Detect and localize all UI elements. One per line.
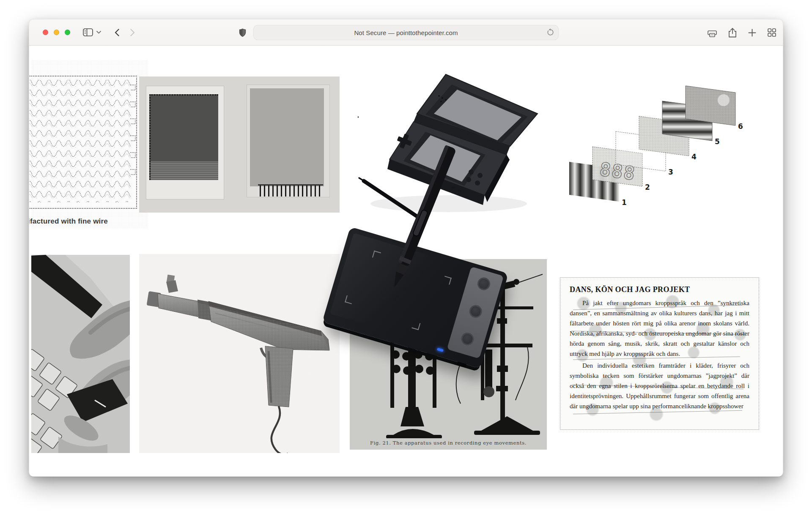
figure-caption: Fig. 21. The apparatus used in recording… <box>350 440 547 446</box>
share-icon <box>728 28 737 38</box>
wire-knit-pattern <box>29 76 137 209</box>
back-button[interactable] <box>115 29 119 36</box>
layer-label-3: 3 <box>668 168 673 176</box>
wire-knit-diagram-image: ifactured with fine wire <box>31 60 148 228</box>
document-title: DANS, KÖN OCH JAG PROJEKT <box>570 285 749 294</box>
share-button[interactable] <box>728 28 737 38</box>
window-controls <box>43 30 70 35</box>
light-woven-panel <box>250 88 324 186</box>
chevron-down-icon <box>96 31 101 34</box>
document-paragraph: På jakt efter ungdomars kroppsspråk och … <box>570 298 749 359</box>
light-gun-photo <box>139 254 340 453</box>
tab-grid-icon <box>768 28 776 37</box>
dance-project-document: DANS, KÖN OCH JAG PROJEKT På jakt efter … <box>560 277 759 430</box>
privacy-report-button[interactable] <box>239 28 246 37</box>
safari-window: Not Secure — pointtothepointer.com <box>29 19 783 477</box>
layer-label-1: 1 <box>622 198 627 207</box>
print-button[interactable] <box>708 28 717 37</box>
zoom-button[interactable] <box>65 30 70 35</box>
minimize-button[interactable] <box>54 30 59 35</box>
wire-diagram-caption: ifactured with fine wire <box>29 217 108 226</box>
connector-pins <box>260 186 321 197</box>
sidebar-icon <box>83 28 93 36</box>
corner-bracket <box>372 251 381 259</box>
back-icon <box>115 29 119 36</box>
layer-label-6: 6 <box>738 122 743 131</box>
browser-toolbar: Not Secure — pointtothepointer.com <box>29 19 783 46</box>
sidebar-menu-chevron[interactable] <box>96 31 101 34</box>
layer-label-5: 5 <box>715 137 720 146</box>
shield-icon <box>239 28 246 37</box>
sidebar-toggle-button[interactable] <box>83 28 93 36</box>
hands-keyboard-photo <box>31 255 130 453</box>
handheld-console-image <box>358 73 550 218</box>
printer-icon <box>708 28 717 37</box>
tab-overview-button[interactable] <box>768 28 776 37</box>
close-button[interactable] <box>43 30 48 35</box>
eye-apparatus-photo: Fig. 21. The apparatus used in recording… <box>350 259 547 450</box>
reload-icon <box>547 28 554 36</box>
reload-button[interactable] <box>547 28 554 36</box>
address-bar[interactable]: Not Secure — pointtothepointer.com <box>253 25 559 40</box>
forward-icon <box>130 29 135 36</box>
layered-stimuli-diagram: 1 888 2 <box>565 83 753 210</box>
layer-label-4: 4 <box>691 153 697 161</box>
webpage-content: ifactured with fine wire <box>29 46 783 477</box>
layer-label-2: 2 <box>645 183 650 191</box>
forward-button[interactable] <box>130 29 135 36</box>
address-bar-text: Not Secure — pointtothepointer.com <box>354 29 458 36</box>
woven-panels-image <box>139 76 340 213</box>
dark-woven-panel <box>149 94 218 180</box>
new-tab-button[interactable] <box>748 29 756 37</box>
document-paragraph: Den individuella estetiken framträder i … <box>570 360 749 411</box>
plus-icon <box>748 29 756 37</box>
